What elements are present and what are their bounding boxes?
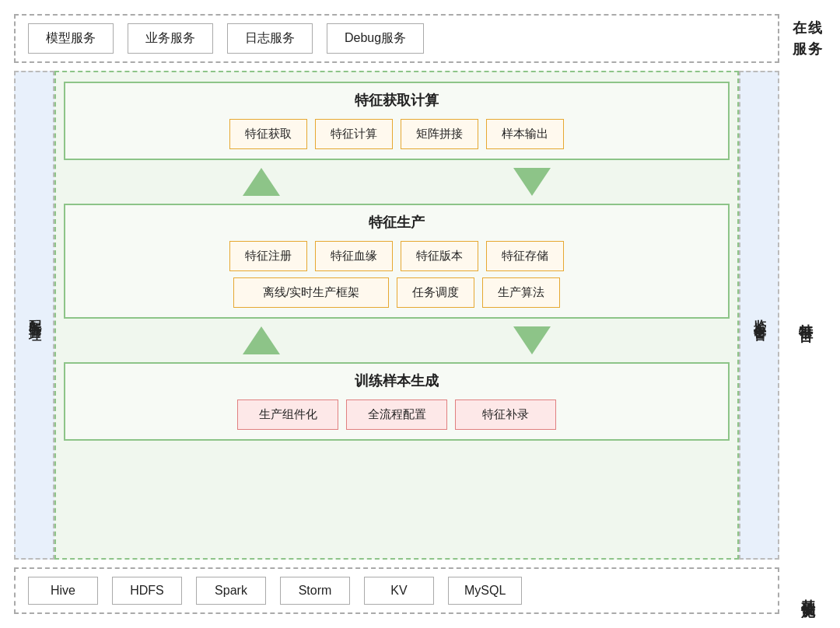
storm-box: Storm — [280, 577, 350, 605]
task-scheduling-box: 任务调度 — [397, 277, 474, 308]
arrow-up-icon — [243, 168, 280, 196]
config-management-panel: 配置管理 — [14, 71, 54, 560]
svg-marker-3 — [513, 326, 551, 354]
feature-platform-label: 特征平台 — [779, 71, 826, 560]
infrastructure-container: Hive HDFS Spark Storm KV MySQL — [14, 567, 779, 614]
arrow-down-icon — [513, 168, 551, 196]
feature-calc-box: 特征计算 — [315, 119, 393, 149]
config-management-label: 配置管理 — [26, 309, 43, 322]
offline-realtime-framework-box: 离线/实时生产框架 — [233, 277, 389, 308]
infrastructure-section: Hive HDFS Spark Storm KV MySQL 基础设施 — [14, 567, 826, 614]
feature-acquisition-title: 特征获取计算 — [75, 91, 719, 110]
feature-production-row2: 离线/实时生产框架 任务调度 生产算法 — [75, 277, 719, 308]
feature-get-box: 特征获取 — [229, 119, 307, 149]
full-process-config-box: 全流程配置 — [346, 399, 447, 430]
hive-box: Hive — [28, 577, 98, 605]
feature-platform-area: 特征获取计算 特征获取 特征计算 矩阵拼接 样本输出 特征生 — [54, 71, 739, 560]
feature-acquisition-section: 特征获取计算 特征获取 特征计算 矩阵拼接 样本输出 — [64, 82, 730, 160]
arrow-up-icon-2 — [243, 326, 280, 354]
matrix-concat-box: 矩阵拼接 — [401, 119, 478, 149]
kv-box: KV — [364, 577, 434, 605]
online-services-label: 在线 服务 — [779, 14, 826, 63]
spark-box: Spark — [196, 577, 266, 605]
monitoring-alert-panel: 监控告警 — [739, 71, 779, 560]
training-sample-boxes: 生产组件化 全流程配置 特征补录 — [75, 399, 719, 430]
hdfs-box: HDFS — [112, 577, 182, 605]
arrows-row-1 — [64, 168, 730, 196]
feature-production-section: 特征生产 特征注册 特征血缘 特征版本 特征存储 离线/实时生产框架 任务调度 … — [64, 204, 730, 319]
svg-marker-1 — [513, 168, 551, 196]
mysql-box: MySQL — [448, 577, 522, 605]
arrows-row-2 — [64, 326, 730, 354]
feature-production-row1: 特征注册 特征血缘 特征版本 特征存储 — [75, 241, 719, 271]
log-service-box: 日志服务 — [227, 23, 313, 54]
svg-marker-0 — [243, 168, 280, 196]
feature-production-title: 特征生产 — [75, 213, 719, 232]
model-service-box: 模型服务 — [28, 23, 114, 54]
training-sample-title: 训练样本生成 — [75, 372, 719, 390]
online-services-container: 模型服务 业务服务 日志服务 Debug服务 — [14, 14, 779, 63]
feature-lineage-box: 特征血缘 — [315, 241, 393, 271]
svg-marker-2 — [243, 326, 280, 354]
sample-output-box: 样本输出 — [486, 119, 564, 149]
arrow-down-icon-2 — [513, 326, 551, 354]
monitoring-alert-label: 监控告警 — [751, 309, 768, 322]
feature-storage-box: 特征存储 — [486, 241, 564, 271]
production-componentization-box: 生产组件化 — [237, 399, 338, 430]
feature-register-box: 特征注册 — [229, 241, 307, 271]
debug-service-box: Debug服务 — [327, 23, 424, 54]
online-services-section: 模型服务 业务服务 日志服务 Debug服务 在线 服务 — [14, 14, 826, 63]
production-algorithm-box: 生产算法 — [482, 277, 560, 308]
infrastructure-label: 基础设施 — [779, 567, 826, 614]
feature-acquisition-boxes: 特征获取 特征计算 矩阵拼接 样本输出 — [75, 119, 719, 149]
feature-supplement-box: 特征补录 — [455, 399, 556, 430]
training-sample-section: 训练样本生成 生产组件化 全流程配置 特征补录 — [64, 362, 730, 441]
business-service-box: 业务服务 — [128, 23, 213, 54]
middle-section: 配置管理 特征获取计算 特征获取 特征计算 矩阵拼接 样本输出 — [14, 71, 826, 560]
feature-version-box: 特征版本 — [401, 241, 478, 271]
